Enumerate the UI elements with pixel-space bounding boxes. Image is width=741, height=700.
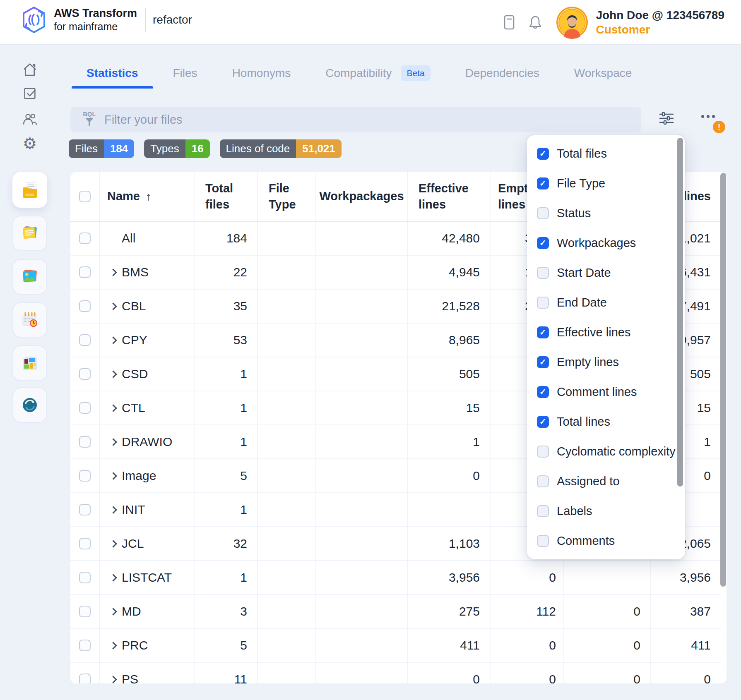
cell-file-type [258, 324, 316, 357]
column-checkbox[interactable]: ✓ [537, 505, 549, 517]
expand-chevron-icon[interactable] [109, 302, 117, 310]
column-checkbox[interactable]: ✓ [537, 535, 549, 547]
column-menu-item[interactable]: ✓ Labels [537, 501, 685, 521]
expand-chevron-icon[interactable] [109, 438, 117, 446]
table-vertical-scrollbar[interactable] [720, 173, 726, 587]
column-menu-item[interactable]: ✓ Workpackages [537, 233, 685, 253]
tab[interactable]: Workspace [574, 58, 632, 89]
column-checkbox[interactable]: ✓ [537, 326, 549, 338]
tasks-icon[interactable] [21, 84, 39, 103]
tab[interactable]: Statistics [87, 58, 138, 89]
docs-icon[interactable] [504, 15, 515, 30]
home-icon[interactable] [21, 61, 39, 79]
column-checkbox[interactable]: ✓ [537, 416, 549, 428]
column-settings-icon[interactable] [657, 108, 676, 128]
filter-files-input[interactable] [104, 113, 560, 127]
cell-total-files: 1 [195, 493, 258, 526]
column-menu-item[interactable]: ✓ Assigned to [537, 471, 685, 491]
column-header-workpackages[interactable]: Workpackages [316, 172, 408, 221]
settings-gear-icon[interactable]: ⚙ [21, 134, 39, 153]
cell-empty-lines: 0 [491, 663, 564, 683]
expand-chevron-icon[interactable] [109, 642, 117, 649]
expand-chevron-icon[interactable] [109, 540, 117, 547]
column-checkbox[interactable]: ✓ [537, 297, 549, 309]
sidebar-tile-files[interactable] [12, 172, 47, 208]
row-checkbox[interactable] [79, 470, 91, 482]
sidebar-tile-calendar[interactable] [12, 302, 47, 338]
row-checkbox[interactable] [79, 266, 91, 278]
column-checkbox[interactable]: ✓ [537, 475, 549, 487]
column-checkbox[interactable]: ✓ [537, 267, 549, 279]
row-checkbox[interactable] [79, 504, 91, 515]
expand-chevron-icon[interactable] [109, 676, 117, 683]
column-menu-item[interactable]: ✓ Effective lines [537, 322, 685, 342]
select-all-checkbox[interactable] [79, 191, 91, 202]
files-folder-icon [20, 180, 40, 200]
column-checkbox[interactable]: ✓ [537, 237, 549, 249]
column-menu-item[interactable]: ✓ Start Date [537, 263, 685, 283]
sidebar-tile-notes[interactable] [12, 216, 47, 251]
row-checkbox[interactable] [79, 674, 91, 683]
column-menu-item[interactable]: ✓ Cyclomatic complexity [537, 441, 685, 461]
user-avatar[interactable] [556, 6, 588, 39]
row-checkbox[interactable] [79, 300, 91, 312]
column-checkbox[interactable]: ✓ [537, 446, 549, 458]
column-menu-item[interactable]: ✓ End Date [537, 292, 685, 312]
column-menu-item[interactable]: ✓ Total files [537, 144, 685, 163]
row-checkbox[interactable] [79, 368, 91, 380]
row-checkbox[interactable] [79, 538, 91, 549]
row-checkbox[interactable] [79, 572, 91, 583]
tab[interactable]: Dependencies [465, 58, 539, 89]
users-icon[interactable] [21, 110, 39, 128]
column-menu-label: Total lines [557, 415, 610, 429]
tab[interactable]: Compatibility Beta [325, 58, 430, 89]
sidebar-tile-images[interactable] [12, 259, 47, 295]
column-menu-item[interactable]: ✓ Empty lines [537, 352, 685, 372]
more-options-icon[interactable] [701, 115, 715, 118]
table-row[interactable]: MD 3 275 112 0 387 [70, 595, 721, 629]
column-header-file-type[interactable]: File Type [258, 172, 316, 221]
expand-chevron-icon[interactable] [109, 472, 117, 479]
column-menu-item[interactable]: ✓ Status [537, 203, 685, 223]
table-row[interactable]: LISTCAT 1 3,956 0 3,956 [70, 561, 721, 595]
warning-badge[interactable]: ! [713, 121, 725, 133]
row-checkbox[interactable] [79, 402, 91, 414]
sidebar-tile-sync[interactable] [12, 387, 47, 423]
expand-chevron-icon[interactable] [109, 370, 117, 378]
cell-file-type [258, 256, 316, 289]
sort-ascending-icon[interactable]: ↑ [146, 189, 152, 204]
row-checkbox[interactable] [79, 334, 91, 346]
column-menu-label: Effective lines [557, 326, 630, 339]
column-checkbox[interactable]: ✓ [537, 177, 549, 189]
expand-chevron-icon[interactable] [109, 506, 117, 513]
tab[interactable]: Homonyms [232, 58, 291, 89]
table-row[interactable]: PRC 5 411 0 0 411 [70, 629, 721, 663]
expand-chevron-icon[interactable] [109, 574, 117, 581]
tab[interactable]: Files [173, 58, 197, 89]
row-checkbox[interactable] [79, 436, 91, 448]
menu-vertical-scrollbar[interactable] [677, 138, 683, 487]
column-header-total-files[interactable]: Total files [195, 172, 258, 221]
row-checkbox[interactable] [79, 233, 91, 244]
column-checkbox[interactable]: ✓ [537, 386, 549, 398]
column-menu-item[interactable]: ✓ File Type [537, 173, 685, 193]
column-header-name[interactable]: Name [107, 188, 140, 204]
column-checkbox[interactable]: ✓ [537, 148, 549, 160]
column-menu-item[interactable]: ✓ Comment lines [537, 382, 685, 402]
column-checkbox[interactable]: ✓ [537, 356, 549, 368]
row-checkbox[interactable] [79, 640, 91, 651]
table-row[interactable]: PS 11 0 0 0 0 [70, 663, 721, 683]
column-menu-label: Status [557, 206, 591, 220]
notifications-bell-icon[interactable] [529, 15, 542, 30]
column-menu-item[interactable]: ✓ Total lines [537, 412, 685, 432]
column-checkbox[interactable]: ✓ [537, 207, 549, 219]
column-menu-item[interactable]: ✓ Comments [537, 531, 685, 551]
expand-chevron-icon[interactable] [109, 404, 117, 412]
expand-chevron-icon[interactable] [109, 268, 117, 276]
row-checkbox[interactable] [79, 606, 91, 617]
sidebar-tile-dashboard[interactable] [12, 345, 47, 381]
cell-workpackages [316, 663, 408, 683]
expand-chevron-icon[interactable] [109, 608, 117, 615]
column-header-effective-lines[interactable]: Effective lines [408, 172, 491, 221]
expand-chevron-icon[interactable] [109, 336, 117, 344]
